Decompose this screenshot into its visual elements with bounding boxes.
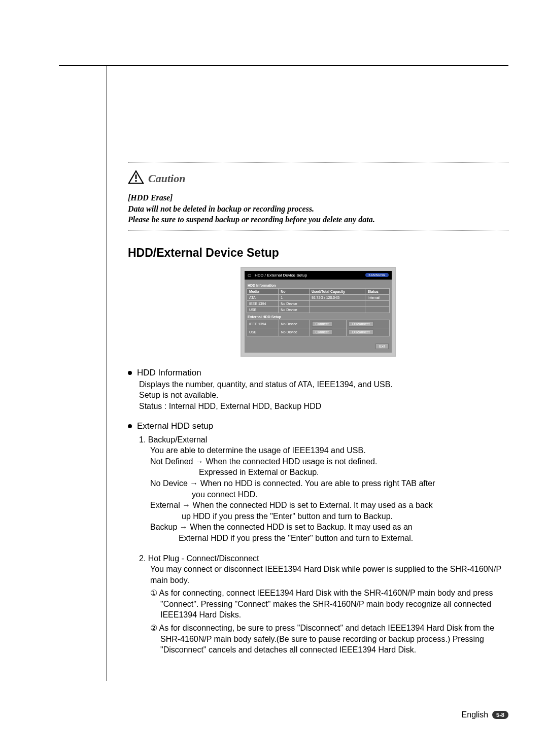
- caution-line: [HDD Erase]: [128, 192, 508, 203]
- table-row: USB No Device: [247, 306, 390, 313]
- hdd-info-caption: HDD Information: [247, 282, 390, 288]
- svg-rect-2: [135, 180, 137, 182]
- table-row: IEEE 1394 No Device Connect Disconnect: [247, 320, 390, 328]
- connect-button[interactable]: Connect: [312, 321, 332, 327]
- body-text: Displays the number, quantity, and statu…: [139, 379, 508, 390]
- ext-setup-caption: External HDD Setup: [247, 313, 390, 320]
- footer-language: English: [462, 710, 488, 719]
- caution-icon: [128, 170, 144, 187]
- caution-box: Caution [HDD Erase] Data will not be del…: [128, 162, 508, 231]
- exit-button[interactable]: Exit: [375, 343, 389, 349]
- body-text: up HDD if you press the "Enter" button a…: [139, 511, 508, 522]
- brand-badge: SAMSUNG: [365, 273, 389, 277]
- bullet-icon: [128, 371, 132, 375]
- th-media: Media: [247, 288, 279, 294]
- body-text: Not Defined → When the connected HDD usa…: [139, 456, 508, 467]
- bullet-title: External HDD setup: [137, 421, 213, 431]
- body-text: you connect HDD.: [139, 489, 508, 500]
- disconnect-button[interactable]: Disconnect: [349, 329, 373, 335]
- page-number-badge: 5-8: [492, 711, 508, 719]
- body-text: Expressed in External or Backup.: [139, 467, 508, 478]
- connect-button[interactable]: Connect: [312, 329, 332, 335]
- body-text: Setup is not available.: [139, 390, 508, 401]
- body-text: External → When the connected HDD is set…: [139, 500, 508, 511]
- body-text: ② As for disconnecting, be sure to press…: [139, 623, 508, 656]
- table-row: IEEE 1394 No Device: [247, 300, 390, 306]
- body-text: 1. Backup/External: [139, 434, 508, 445]
- table-row: ATA 1 92.72G / 120.04G Internal: [247, 294, 390, 300]
- th-cap: Used/Total Capacity: [309, 288, 365, 294]
- body-text: ① As for connecting, connect IEEE1394 Ha…: [139, 588, 508, 621]
- body-text: 2. Hot Plug - Connect/Disconnect: [139, 553, 508, 564]
- bullet-title: HDD Information: [137, 368, 201, 378]
- ui-title-icon: ▭: [248, 273, 252, 278]
- body-text: Status : Internal HDD, External HDD, Bac…: [139, 401, 508, 412]
- body-text: Backup → When the connected HDD is set t…: [139, 522, 508, 533]
- bullet-icon: [128, 424, 132, 428]
- th-no: No: [279, 288, 310, 294]
- ui-screenshot: ▭ HDD / External Device Setup SAMSUNG HD…: [241, 267, 396, 357]
- body-text: You are able to determine the usage of I…: [139, 445, 508, 456]
- table-row: USB No Device Connect Disconnect: [247, 328, 390, 336]
- svg-rect-1: [135, 175, 137, 179]
- body-text: External HDD if you press the "Enter" bu…: [139, 533, 508, 544]
- disconnect-button[interactable]: Disconnect: [349, 321, 373, 327]
- ui-title: HDD / External Device Setup: [255, 273, 307, 278]
- th-status: Status: [365, 288, 390, 294]
- hdd-info-table: Media No Used/Total Capacity Status ATA …: [247, 288, 390, 313]
- caution-line: Data will not be deleted in backup or re…: [128, 203, 508, 215]
- ext-setup-table: IEEE 1394 No Device Connect Disconnect U…: [247, 320, 390, 336]
- section-heading: HDD/External Device Setup: [128, 246, 508, 260]
- body-text: No Device → When no HDD is connected. Yo…: [139, 478, 508, 489]
- caution-line: Please be sure to suspend backup or reco…: [128, 214, 508, 225]
- caution-label: Caution: [148, 172, 185, 185]
- body-text: You may connect or disconnect IEEE1394 H…: [139, 564, 508, 586]
